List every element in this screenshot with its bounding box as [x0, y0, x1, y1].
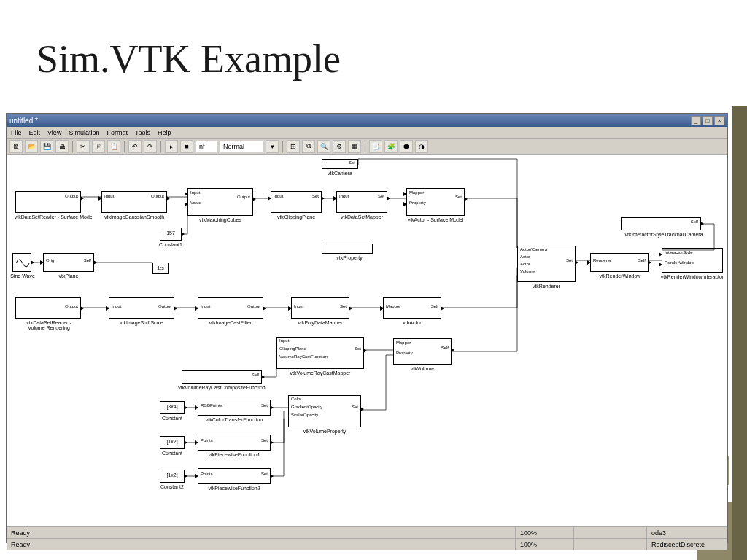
status-zoom: 100%: [516, 527, 574, 538]
tool-icon[interactable]: ⬢: [400, 140, 413, 153]
stop-icon[interactable]: ■: [180, 140, 193, 153]
label-constant-b: Constant: [157, 451, 187, 456]
block-ctf[interactable]: RGBPoints Set: [198, 400, 271, 416]
block-actor2[interactable]: Mapper Self: [383, 297, 441, 319]
label-dmapper: vtkDataSetMapper: [332, 214, 392, 219]
maximize-button[interactable]: □: [703, 116, 713, 125]
block-constant-c[interactable]: [1x2]: [160, 470, 185, 483]
block-pw1[interactable]: Points Set: [198, 435, 271, 451]
label-ctf: vtkColorTransferFunction: [193, 417, 275, 422]
block-pdmapper[interactable]: Input Set: [291, 297, 349, 319]
label-sine: Sine Wave: [8, 273, 37, 279]
tool-icon[interactable]: 📑: [369, 140, 382, 153]
menu-edit[interactable]: Edit: [29, 129, 41, 136]
block-reader2[interactable]: Output: [15, 297, 81, 319]
block-sine[interactable]: [12, 253, 31, 272]
block-actor[interactable]: Mapper Property Set: [406, 188, 465, 216]
block-vrcf[interactable]: Self: [182, 370, 262, 384]
model-canvas[interactable]: Set vtkCamera Output vtkDataSetReader - …: [7, 155, 727, 526]
new-icon[interactable]: 🗎: [9, 140, 23, 153]
open-icon[interactable]: 📂: [25, 140, 38, 153]
menu-tools[interactable]: Tools: [135, 129, 150, 136]
label-smooth: vtkImageGaussianSmooth: [101, 214, 167, 219]
block-castfilter[interactable]: Input Output: [198, 297, 263, 319]
menu-bar: File Edit View Simulation Format Tools H…: [7, 127, 727, 139]
block-rwi[interactable]: InteractorStyle RenderWindow: [662, 248, 723, 273]
label-rwi: vtkRenderWindowInteractor: [649, 274, 727, 279]
print-icon[interactable]: 🖶: [55, 140, 69, 153]
label-constant-a: Constant: [157, 416, 187, 421]
chevron-down-icon[interactable]: ▾: [266, 140, 279, 153]
tool-icon[interactable]: ⧉: [302, 140, 315, 153]
block-constant-b[interactable]: [1x2]: [160, 436, 185, 449]
undo-icon[interactable]: ↶: [128, 140, 142, 153]
status-solver: ode3: [647, 527, 727, 538]
block-vrcm[interactable]: Input ClippingPlane VolumeRayCastFunctio…: [276, 337, 364, 369]
tool-icon[interactable]: 🧩: [384, 140, 398, 153]
block-istyle[interactable]: Self: [621, 217, 701, 230]
block-pw2[interactable]: Points Set: [198, 468, 271, 484]
save-icon[interactable]: 💾: [40, 140, 53, 153]
window-titlebar[interactable]: untitled * _ □ ×: [7, 114, 727, 127]
block-volume[interactable]: Mapper Property Self: [393, 338, 452, 365]
label-pw2: vtkPiecewiseFunction2: [193, 486, 275, 491]
label-istyle: vtkInteractorStyleTrackballCamera: [609, 232, 719, 237]
label-cplane: vtkClippingPlane: [266, 214, 326, 219]
block-camera-set[interactable]: Set: [322, 159, 358, 169]
paste-icon[interactable]: 📋: [107, 140, 120, 153]
label-castfilter: vtkImageCastFilter: [198, 320, 263, 325]
slide-title: Sim.VTK Example: [36, 36, 341, 82]
status-solver-outer: RedisceptDiscrete: [647, 539, 727, 550]
menu-help[interactable]: Help: [158, 129, 171, 136]
block-constant-a[interactable]: [3x4]: [160, 401, 185, 414]
label-renderwindow: vtkRenderWindow: [587, 273, 653, 279]
block-shift[interactable]: Input Output: [109, 297, 174, 319]
step-field[interactable]: nf: [196, 141, 217, 152]
tool-icon[interactable]: ⊞: [287, 140, 300, 153]
toolbar: 🗎 📂 💾 🖶 ✂ ⎘ 📋 ↶ ↷ ▸ ■ nf Normal ▾ ⊞ ⧉ 🔍 …: [7, 139, 727, 155]
tool-icon[interactable]: ▦: [348, 140, 361, 153]
mode-select[interactable]: Normal: [220, 141, 263, 152]
label-vprop: vtkVolumeProperty: [290, 429, 360, 434]
label-property: vtkProperty: [328, 255, 371, 260]
block-vprop[interactable]: Color GradientOpacity ScalarOpacity Set: [288, 395, 361, 427]
label-renderer: vtkRenderer: [517, 284, 576, 289]
slide-accent-bar: [732, 106, 747, 560]
block-renderwindow[interactable]: Renderer Self: [590, 253, 649, 272]
menu-simulation[interactable]: Simulation: [69, 129, 99, 136]
copy-icon[interactable]: ⎘: [92, 140, 105, 153]
status-bar-outer: Ready 100% RedisceptDiscrete: [7, 538, 727, 550]
tool-icon[interactable]: 🔍: [317, 140, 330, 153]
redo-icon[interactable]: ↷: [144, 140, 157, 153]
block-mcubes[interactable]: Input Value Output: [187, 188, 253, 216]
tool-icon[interactable]: ⚙: [333, 140, 346, 153]
sine-icon: [15, 256, 30, 271]
block-property[interactable]: [322, 244, 373, 254]
block-reader1[interactable]: Output: [15, 191, 81, 213]
tool-icon[interactable]: ◑: [415, 140, 428, 153]
close-button[interactable]: ×: [714, 116, 724, 125]
menu-file[interactable]: File: [11, 129, 22, 136]
label-vrcm: vtkVolumeRayCastMapper: [274, 370, 367, 376]
block-cplane[interactable]: Input Set: [271, 191, 322, 213]
menu-view[interactable]: View: [47, 129, 61, 136]
minimize-button[interactable]: _: [691, 116, 701, 125]
block-dmapper[interactable]: Input Set: [336, 191, 387, 213]
label-shift: vtkImageShiftScale: [109, 320, 174, 325]
status-ready: Ready: [7, 527, 516, 538]
block-box[interactable]: 1:s: [152, 262, 169, 274]
window-title: untitled *: [9, 117, 38, 125]
label-constant-c: Constant2: [155, 484, 189, 489]
menu-format[interactable]: Format: [107, 129, 128, 136]
cut-icon[interactable]: ✂: [77, 140, 90, 153]
label-reader1: vtkDataSetReader - Surface Model: [7, 214, 101, 219]
label-vrcf: vtkVolumeRayCastCompositeFunction: [160, 385, 284, 390]
play-icon[interactable]: ▸: [165, 140, 178, 153]
simulink-window: untitled * _ □ × File Edit View Simulati…: [6, 113, 728, 543]
block-constant1[interactable]: 157: [160, 228, 182, 241]
label-constant1: Constant1: [152, 242, 189, 247]
block-renderer[interactable]: Actor/Camera Actor Actor Volume Set: [517, 246, 576, 282]
label-actor: vtkActor - Surface Model: [399, 217, 472, 222]
block-smooth[interactable]: Input Output: [101, 191, 167, 213]
block-plane[interactable]: Orig Self: [43, 253, 94, 272]
